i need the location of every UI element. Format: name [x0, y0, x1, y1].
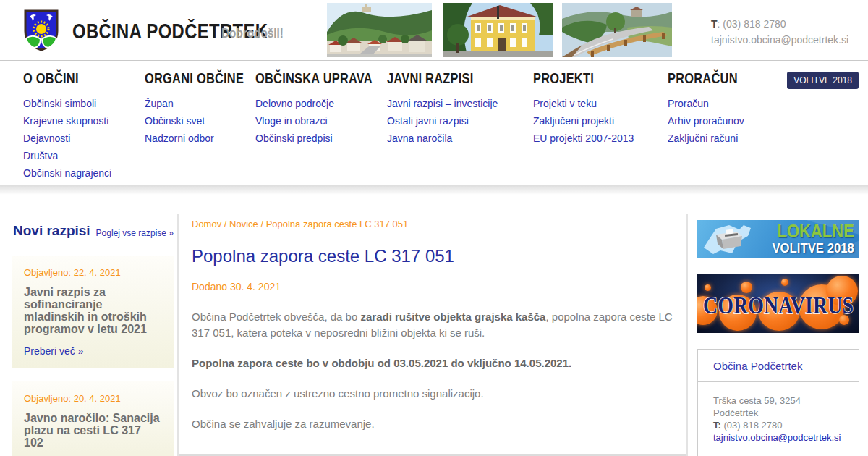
read-more-link[interactable]: Preberi več »: [24, 345, 83, 357]
nav-link[interactable]: Javna naročila: [387, 130, 498, 147]
header-phone: T: (03) 818 2780: [711, 16, 848, 32]
header-photo-road: [562, 3, 672, 57]
contact-box-body: Trška cesta 59, 3254 Podčetrtek T: (03) …: [698, 382, 859, 456]
header-photo-building: [443, 3, 553, 57]
right-column-divider: [686, 214, 688, 456]
new-tenders-heading: Novi razpisi: [13, 223, 90, 239]
nav-link[interactable]: Vloge in obrazci: [255, 112, 398, 130]
contact-phone: T: (03) 818 2780: [713, 419, 843, 431]
article-paragraph: Občina Podčetrtek obvešča, da bo zaradi …: [192, 309, 684, 341]
sidebar-right: LOKALNE VOLITVE 2018 CORONAVIRUS Občina …: [697, 220, 859, 456]
banner-line-volitve-2018: VOLITVE 2018: [773, 241, 854, 255]
article-paragraph: Občina se zahvaljuje za razumevanje.: [192, 416, 684, 432]
article-paragraph: Obvoz bo označen z ustrezno cestno prome…: [192, 386, 684, 402]
article-date: Dodano 30. 4. 2021: [192, 281, 684, 292]
nav-column-proracun: PRORAČUN Proračun Arhiv proračunov Zaklj…: [668, 70, 753, 147]
nav-column-obcinska-uprava: OBČINSKA UPRAVA Delovno področje Vloge i…: [255, 70, 398, 147]
nav-link[interactable]: Ostali javni razpisi: [387, 112, 498, 130]
main-navigation: O OBČINI Občinski simboli Krajevne skupn…: [0, 62, 868, 185]
nav-heading-obcinska-uprava[interactable]: OBČINSKA UPRAVA: [255, 70, 373, 87]
nav-link[interactable]: Zaključeni projekti: [533, 112, 634, 130]
nav-link[interactable]: EU projekti 2007-2013: [533, 130, 634, 147]
page: OBČINA PODČETRTEK Dobrodošli!: [0, 0, 868, 456]
municipality-contact-box: Občina Podčetrtek Trška cesta 59, 3254 P…: [697, 349, 859, 456]
volitve-2018-button[interactable]: VOLITVE 2018: [787, 72, 859, 89]
local-elections-banner[interactable]: LOKALNE VOLITVE 2018: [697, 220, 859, 258]
nav-link[interactable]: Arhiv proračunov: [668, 112, 753, 130]
tender-card[interactable]: Objavljeno: 20. 4. 2021 Javno naročilo: …: [12, 381, 174, 456]
left-column-divider: [177, 214, 179, 456]
breadcrumb-section-link[interactable]: Novice: [229, 219, 258, 229]
nav-column-javni-razpisi: JAVNI RAZPISI Javni razpisi – investicij…: [387, 70, 498, 147]
nav-link[interactable]: Delovno področje: [255, 95, 398, 112]
nav-column-projekti: PROJEKTI Projekti v teku Zaključeni proj…: [533, 70, 634, 147]
tender-title[interactable]: Javno naročilo: Sanacija plazu na cesti …: [24, 412, 162, 449]
nav-link[interactable]: Zaključni računi: [668, 130, 753, 147]
nav-heading-organi-obcine[interactable]: ORGANI OBČINE: [145, 70, 244, 87]
nav-link[interactable]: Društva: [23, 147, 111, 164]
article: Domov / Novice / Popolna zapora ceste LC…: [192, 219, 684, 447]
municipality-coat-of-arms-logo: [24, 9, 59, 51]
nav-heading-javni-razpisi[interactable]: JAVNI RAZPISI: [387, 70, 474, 87]
nav-column-o-obcini: O OBČINI Občinski simboli Krajevne skupn…: [23, 70, 111, 182]
banner-line-lokalne: LOKALNE: [773, 222, 854, 240]
contact-address: Trška cesta 59, 3254 Podčetrtek: [713, 394, 843, 419]
contact-box-title[interactable]: Občina Podčetrtek: [698, 350, 859, 382]
breadcrumb-separator: /: [221, 219, 229, 229]
breadcrumb-home-link[interactable]: Domov: [192, 219, 221, 229]
header-email[interactable]: tajnistvo.obcina@podcetrtek.si: [711, 32, 848, 48]
header: OBČINA PODČETRTEK Dobrodošli!: [0, 0, 868, 61]
tender-title[interactable]: Javni razpis za sofinanciranje mladinski…: [24, 286, 162, 335]
nav-link[interactable]: Javni razpisi – investicije: [387, 95, 498, 112]
nav-link[interactable]: Dejavnosti: [23, 130, 111, 147]
nav-link[interactable]: Občinski simboli: [23, 95, 111, 112]
nav-link[interactable]: Nadzorni odbor: [145, 130, 265, 147]
nav-link[interactable]: Občinski nagrajenci: [23, 164, 111, 182]
breadcrumb-current: Popolna zapora ceste LC 317 051: [266, 219, 409, 229]
nav-link[interactable]: Projekti v teku: [533, 95, 634, 112]
coronavirus-banner[interactable]: CORONAVIRUS: [697, 274, 859, 333]
nav-column-organi-obcine: ORGANI OBČINE Župan Občinski svet Nadzor…: [145, 70, 265, 147]
breadcrumb-separator: /: [258, 219, 266, 229]
header-photo-village: [327, 3, 432, 57]
nav-shadow: [0, 185, 868, 195]
nav-link[interactable]: Občinski svet: [145, 112, 265, 130]
article-paragraph-bold: Popolna zapora ceste bo v obdobju od 03.…: [192, 355, 684, 371]
local-elections-banner-text: LOKALNE VOLITVE 2018: [761, 222, 854, 255]
nav-heading-proracun[interactable]: PRORAČUN: [668, 70, 738, 87]
nav-heading-o-obcini[interactable]: O OBČINI: [23, 70, 79, 87]
breadcrumb: Domov / Novice / Popolna zapora ceste LC…: [192, 219, 684, 229]
coronavirus-banner-text: CORONAVIRUS: [697, 274, 859, 333]
header-contact: T: (03) 818 2780 tajnistvo.obcina@podcet…: [711, 16, 848, 48]
nav-heading-projekti[interactable]: PROJEKTI: [533, 70, 594, 87]
nav-link[interactable]: Župan: [145, 95, 265, 112]
nav-link[interactable]: Občinski predpisi: [255, 130, 398, 147]
view-all-tenders-link[interactable]: Poglej vse razpise »: [96, 228, 174, 238]
contact-email-link[interactable]: tajnistvo.obcina@podcetrtek.si: [713, 432, 841, 443]
nav-link[interactable]: Proračun: [668, 95, 753, 112]
tender-date: Objavljeno: 22. 4. 2021: [24, 267, 162, 278]
tender-date: Objavljeno: 20. 4. 2021: [24, 393, 162, 404]
welcome-text: Dobrodošli!: [221, 26, 284, 41]
svg-text:CORONAVIRUS: CORONAVIRUS: [703, 292, 854, 318]
tender-card[interactable]: Objavljeno: 22. 4. 2021 Javni razpis za …: [12, 256, 174, 368]
nav-link[interactable]: Krajevne skupnosti: [23, 112, 111, 130]
page-title: Popolna zapora ceste LC 317 051: [192, 246, 684, 266]
